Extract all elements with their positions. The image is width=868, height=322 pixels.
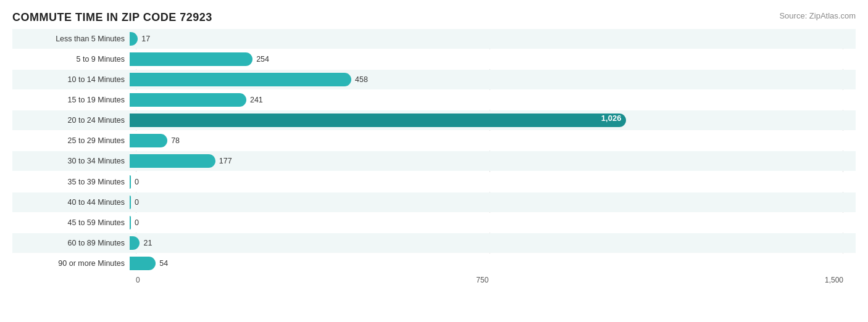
bar-label: 30 to 34 Minutes xyxy=(12,157,130,165)
bar-label: 25 to 29 Minutes xyxy=(12,136,130,145)
bar-track: 54 xyxy=(130,257,856,270)
bar-label: 5 to 9 Minutes xyxy=(12,55,130,64)
source-label: Source: ZipAtlas.com xyxy=(779,11,856,20)
bar-fill xyxy=(130,257,156,270)
bar-value: 17 xyxy=(141,35,150,43)
bar-row: 25 to 29 Minutes78 xyxy=(12,131,856,151)
bar-value: 0 xyxy=(135,218,139,227)
bar-fill xyxy=(130,196,131,209)
bar-track: 21 xyxy=(130,236,856,250)
x-axis-label: 750 xyxy=(476,276,488,284)
bar-track: 0 xyxy=(130,196,856,209)
bar-row: 90 or more Minutes54 xyxy=(12,254,856,273)
x-axis: 07501,500 xyxy=(136,276,843,284)
bar-track: 78 xyxy=(130,134,856,147)
x-axis-label: 1,500 xyxy=(825,276,843,284)
bar-track: 0 xyxy=(130,216,856,229)
bar-fill xyxy=(130,154,215,168)
bar-value: 0 xyxy=(135,198,139,207)
bar-label: 35 to 39 Minutes xyxy=(12,178,130,186)
bar-fill xyxy=(130,52,252,66)
bar-fill xyxy=(130,216,131,229)
bar-fill xyxy=(130,93,246,107)
chart-area: Less than 5 Minutes175 to 9 Minutes25410… xyxy=(12,29,856,284)
bar-value: 458 xyxy=(355,75,368,84)
bar-label: 90 or more Minutes xyxy=(12,259,130,268)
bar-label: 60 to 89 Minutes xyxy=(12,239,130,247)
bar-row: 60 to 89 Minutes21 xyxy=(12,233,856,253)
bar-track: 17 xyxy=(130,32,856,46)
bar-track: 241 xyxy=(130,93,856,107)
bar-label: Less than 5 Minutes xyxy=(12,35,130,43)
bar-row: 5 to 9 Minutes254 xyxy=(12,49,856,69)
bar-row: 20 to 24 Minutes1,026 xyxy=(12,110,856,130)
bar-row: 30 to 34 Minutes177 xyxy=(12,151,856,171)
bar-value: 54 xyxy=(159,259,168,268)
bar-value: 21 xyxy=(143,239,152,247)
bar-track: 177 xyxy=(130,154,856,168)
bar-fill xyxy=(130,175,131,189)
bar-row: 10 to 14 Minutes458 xyxy=(12,70,856,89)
bar-label: 10 to 14 Minutes xyxy=(12,75,130,84)
bar-label: 40 to 44 Minutes xyxy=(12,198,130,207)
bar-row: Less than 5 Minutes17 xyxy=(12,29,856,49)
bar-row: 35 to 39 Minutes0 xyxy=(12,172,856,192)
bar-row: 45 to 59 Minutes0 xyxy=(12,213,856,233)
chart-container: COMMUTE TIME IN ZIP CODE 72923 Source: Z… xyxy=(0,0,868,322)
bar-track: 254 xyxy=(130,52,856,66)
bar-fill: 1,026 xyxy=(130,114,626,127)
bar-fill xyxy=(130,236,140,250)
bar-value: 177 xyxy=(219,157,232,165)
bar-fill xyxy=(130,73,351,86)
bar-value-inside: 1,026 xyxy=(601,114,622,123)
bar-value: 254 xyxy=(256,55,269,64)
bar-track: 1,026 xyxy=(130,114,856,127)
bar-label: 15 to 19 Minutes xyxy=(12,96,130,104)
x-axis-label: 0 xyxy=(136,276,140,284)
chart-title: COMMUTE TIME IN ZIP CODE 72923 xyxy=(12,11,856,24)
bar-value: 241 xyxy=(250,96,263,104)
bar-fill xyxy=(130,134,167,147)
bar-track: 0 xyxy=(130,175,856,189)
bar-value: 78 xyxy=(171,136,180,145)
bar-label: 20 to 24 Minutes xyxy=(12,116,130,125)
bar-row: 15 to 19 Minutes241 xyxy=(12,90,856,110)
bar-row: 40 to 44 Minutes0 xyxy=(12,192,856,212)
bar-track: 458 xyxy=(130,73,856,86)
bar-fill xyxy=(130,32,138,46)
bar-label: 45 to 59 Minutes xyxy=(12,218,130,227)
bar-value: 0 xyxy=(135,178,139,186)
bars-section: Less than 5 Minutes175 to 9 Minutes25410… xyxy=(12,29,856,273)
